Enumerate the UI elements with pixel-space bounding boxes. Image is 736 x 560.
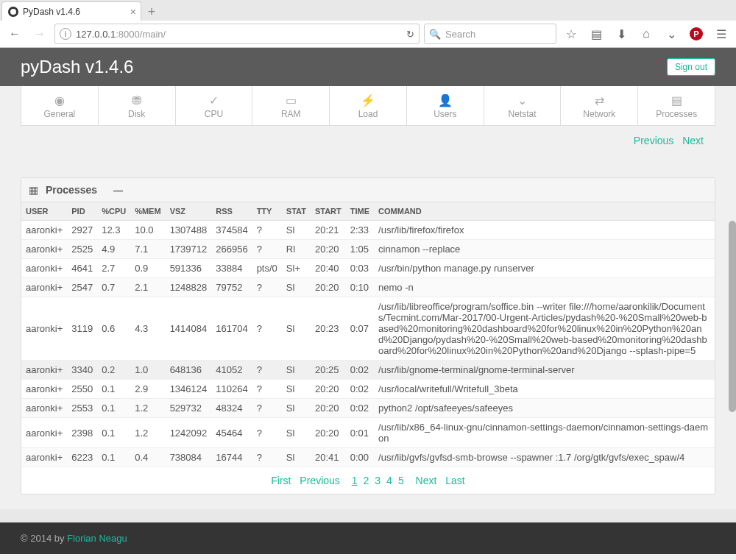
cell-start: 20:21 bbox=[311, 221, 346, 240]
table-row[interactable]: aaronki+25470.72.1124882879752?Sl20:200:… bbox=[21, 278, 715, 297]
col-vsz: VSZ bbox=[166, 202, 212, 221]
back-button[interactable]: ← bbox=[4, 24, 25, 44]
cell-stat: Rl bbox=[282, 240, 311, 259]
nav-network[interactable]: ⇄Network bbox=[561, 86, 638, 125]
footer-author-link[interactable]: Florian Neagu bbox=[67, 533, 127, 544]
cell-user: aaronki+ bbox=[21, 297, 67, 361]
menu-icon[interactable]: ☰ bbox=[711, 24, 732, 44]
cell-start: 20:20 bbox=[311, 380, 346, 399]
downloads-icon[interactable]: ⬇ bbox=[611, 24, 631, 44]
nav-processes[interactable]: ▤Processes bbox=[638, 86, 715, 125]
cell-tty: ? bbox=[252, 297, 282, 361]
search-bar[interactable]: 🔍 Search bbox=[424, 24, 556, 44]
table-row[interactable]: aaronki+23980.11.2124209245464?Sl20:200:… bbox=[21, 418, 715, 448]
pager-prev[interactable]: Previous bbox=[300, 475, 339, 486]
new-tab-button[interactable]: + bbox=[141, 3, 162, 21]
home-icon[interactable]: ⌂ bbox=[636, 24, 657, 44]
nav-netstat[interactable]: ⌄Netstat bbox=[484, 86, 562, 125]
panel-header: ▦ Processes — bbox=[21, 178, 715, 202]
table-row[interactable]: aaronki+62230.10.473808416744?Sl20:410:0… bbox=[21, 448, 715, 467]
pager-page-2[interactable]: 2 bbox=[364, 475, 369, 486]
library-icon[interactable]: ▤ bbox=[586, 24, 606, 44]
cell-rss: 161704 bbox=[211, 297, 252, 361]
nav-cpu[interactable]: ✓CPU bbox=[176, 86, 253, 125]
pinterest-icon[interactable]: P bbox=[686, 24, 707, 44]
pager-page-4[interactable]: 4 bbox=[386, 475, 392, 486]
cell-start: 20:40 bbox=[311, 259, 346, 278]
cell-tty: ? bbox=[252, 240, 282, 259]
cell-pid: 3119 bbox=[67, 297, 97, 361]
footer-spacer bbox=[0, 509, 736, 522]
footer: © 2014 by Florian Neagu bbox=[0, 522, 736, 554]
table-row[interactable]: aaronki+25530.11.252973248324?Sl20:200:0… bbox=[21, 399, 715, 418]
pager-first[interactable]: First bbox=[271, 475, 291, 486]
col-stat: STAT bbox=[282, 202, 311, 221]
cell-mem: 1.0 bbox=[130, 361, 165, 380]
bookmark-icon[interactable]: ☆ bbox=[561, 24, 581, 44]
next-link[interactable]: Next bbox=[682, 135, 704, 146]
table-row[interactable]: aaronki+46412.70.959133633884pts/0Sl+20:… bbox=[21, 259, 715, 278]
search-placeholder: Search bbox=[445, 29, 475, 40]
cell-tty: ? bbox=[252, 221, 282, 240]
cell-tty: ? bbox=[252, 380, 282, 399]
cell-start: 20:41 bbox=[311, 448, 346, 467]
nav-label: Processes bbox=[656, 109, 697, 119]
cell-vsz: 1242092 bbox=[166, 418, 212, 448]
pager-last[interactable]: Last bbox=[445, 475, 464, 486]
table-row[interactable]: aaronki+33400.21.064813641052?Sl20:250:0… bbox=[21, 361, 715, 380]
tab-close-icon[interactable]: × bbox=[130, 6, 136, 18]
nav-ram[interactable]: ▭RAM bbox=[252, 86, 330, 125]
cell-vsz: 1248828 bbox=[166, 278, 212, 297]
cell-rss: 266956 bbox=[211, 240, 252, 259]
pager-next[interactable]: Next bbox=[416, 475, 437, 486]
cell-vsz: 648136 bbox=[166, 361, 212, 380]
cell-vsz: 1346124 bbox=[166, 380, 212, 399]
browser-chrome: PyDash v1.4.6 × + ← → i 127.0.0.1:8000/m… bbox=[0, 0, 736, 48]
collapse-icon[interactable]: — bbox=[113, 185, 123, 196]
cell-tty: ? bbox=[252, 418, 282, 448]
cell-time: 0:01 bbox=[346, 418, 374, 448]
nav-users[interactable]: 👤Users bbox=[407, 86, 484, 125]
cell-rss: 374584 bbox=[211, 221, 252, 240]
pager-page-3[interactable]: 3 bbox=[375, 475, 381, 486]
table-row[interactable]: aaronki+25254.97.11739712266956?Rl20:201… bbox=[21, 240, 715, 259]
table-row[interactable]: aaronki+25500.12.91346124110264?Sl20:200… bbox=[21, 380, 715, 399]
pager-page-5[interactable]: 5 bbox=[398, 475, 404, 486]
processes-table: USERPID%CPU%MEMVSZRSSTTYSTATSTARTTIMECOM… bbox=[21, 202, 715, 467]
nav-disk[interactable]: ⛃Disk bbox=[99, 86, 176, 125]
cell-user: aaronki+ bbox=[21, 240, 67, 259]
prev-link[interactable]: Previous bbox=[634, 135, 673, 146]
bolt-icon: ⚡ bbox=[333, 93, 403, 107]
table-row[interactable]: aaronki+31190.64.31414084161704?Sl20:230… bbox=[21, 297, 715, 361]
reload-icon[interactable]: ↻ bbox=[406, 29, 414, 40]
cell-pid: 2398 bbox=[67, 418, 97, 448]
scrollbar[interactable] bbox=[729, 221, 736, 412]
cell-rss: 16744 bbox=[211, 448, 252, 467]
cell-cpu: 12.3 bbox=[97, 221, 130, 240]
cell-user: aaronki+ bbox=[21, 418, 67, 448]
cell-start: 20:20 bbox=[311, 399, 346, 418]
sign-out-button[interactable]: Sign out bbox=[667, 58, 715, 76]
cell-rss: 110264 bbox=[211, 380, 252, 399]
cell-time: 0:03 bbox=[346, 259, 374, 278]
nav-load[interactable]: ⚡Load bbox=[330, 86, 407, 125]
pager-page-1[interactable]: 1 bbox=[352, 475, 358, 486]
nav-general[interactable]: ◉General bbox=[21, 86, 99, 125]
info-icon[interactable]: i bbox=[60, 28, 71, 40]
table-row[interactable]: aaronki+292712.310.01307488374584?Sl20:2… bbox=[21, 221, 715, 240]
cell-mem: 2.9 bbox=[130, 380, 165, 399]
cell-start: 20:23 bbox=[311, 297, 346, 361]
cell-pid: 2927 bbox=[67, 221, 97, 240]
cell-cpu: 0.1 bbox=[97, 448, 130, 467]
browser-tab[interactable]: PyDash v1.4.6 × bbox=[1, 1, 141, 21]
cell-pid: 2525 bbox=[67, 240, 97, 259]
cell-time: 0:02 bbox=[346, 361, 374, 380]
panel-icon: ▦ bbox=[29, 184, 38, 196]
col-pid: PID bbox=[67, 202, 97, 221]
url-bar[interactable]: i 127.0.0.1:8000/main/ ↻ bbox=[54, 24, 420, 44]
pocket-icon[interactable]: ⌄ bbox=[661, 24, 682, 44]
cell-tty: ? bbox=[252, 361, 282, 380]
cell-mem: 0.4 bbox=[130, 448, 165, 467]
cell-rss: 79752 bbox=[211, 278, 252, 297]
app-header: pyDash v1.4.6 Sign out bbox=[0, 48, 736, 86]
